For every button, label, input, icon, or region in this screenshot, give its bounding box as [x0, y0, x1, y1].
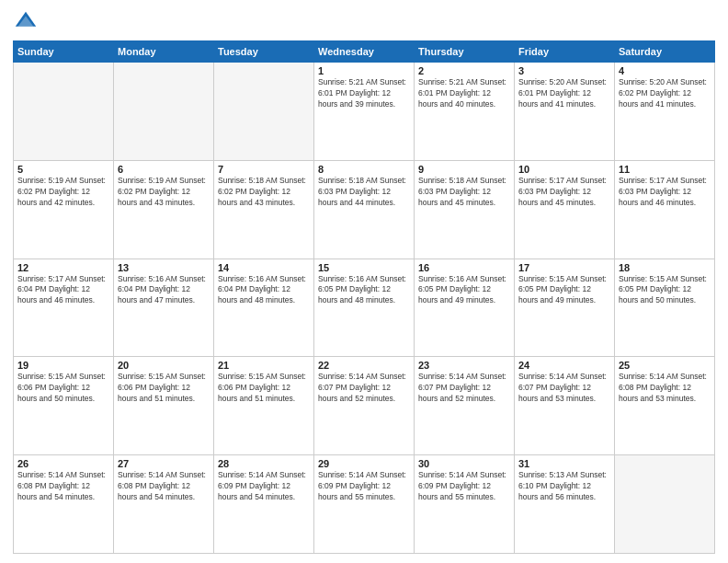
calendar-cell: 7Sunrise: 5:18 AM Sunset: 6:02 PM Daylig… [214, 160, 314, 259]
day-info: Sunrise: 5:17 AM Sunset: 6:03 PM Dayligh… [518, 176, 610, 209]
day-info: Sunrise: 5:14 AM Sunset: 6:08 PM Dayligh… [118, 470, 210, 503]
day-info: Sunrise: 5:19 AM Sunset: 6:02 PM Dayligh… [17, 176, 109, 209]
calendar-cell: 2Sunrise: 5:21 AM Sunset: 6:01 PM Daylig… [415, 63, 515, 161]
day-number: 4 [619, 65, 711, 76]
day-info: Sunrise: 5:18 AM Sunset: 6:03 PM Dayligh… [318, 176, 410, 209]
day-header-monday: Monday [114, 41, 214, 63]
day-info: Sunrise: 5:19 AM Sunset: 6:02 PM Dayligh… [118, 176, 210, 209]
calendar-cell: 30Sunrise: 5:14 AM Sunset: 6:09 PM Dayli… [415, 455, 515, 554]
calendar-week-2: 5Sunrise: 5:19 AM Sunset: 6:02 PM Daylig… [14, 160, 715, 259]
calendar-cell: 6Sunrise: 5:19 AM Sunset: 6:02 PM Daylig… [114, 160, 214, 259]
day-info: Sunrise: 5:18 AM Sunset: 6:03 PM Dayligh… [418, 176, 510, 209]
day-header-friday: Friday [515, 41, 615, 63]
calendar-cell: 27Sunrise: 5:14 AM Sunset: 6:08 PM Dayli… [114, 455, 214, 554]
day-number: 18 [619, 262, 711, 273]
calendar-cell: 4Sunrise: 5:20 AM Sunset: 6:02 PM Daylig… [615, 63, 715, 161]
calendar-cell: 12Sunrise: 5:17 AM Sunset: 6:04 PM Dayli… [14, 259, 114, 357]
day-info: Sunrise: 5:16 AM Sunset: 6:05 PM Dayligh… [418, 274, 510, 307]
calendar-cell: 14Sunrise: 5:16 AM Sunset: 6:04 PM Dayli… [214, 259, 314, 357]
day-number: 6 [118, 164, 210, 175]
calendar-cell: 24Sunrise: 5:14 AM Sunset: 6:07 PM Dayli… [515, 357, 615, 455]
calendar-cell [214, 63, 314, 161]
day-number: 26 [17, 458, 109, 469]
day-number: 14 [218, 262, 310, 273]
header [13, 9, 715, 35]
day-number: 29 [318, 458, 410, 469]
day-number: 31 [518, 458, 610, 469]
calendar: SundayMondayTuesdayWednesdayThursdayFrid… [13, 40, 715, 554]
calendar-cell: 20Sunrise: 5:15 AM Sunset: 6:06 PM Dayli… [114, 357, 214, 455]
day-info: Sunrise: 5:20 AM Sunset: 6:01 PM Dayligh… [518, 77, 610, 110]
calendar-cell: 18Sunrise: 5:15 AM Sunset: 6:05 PM Dayli… [615, 259, 715, 357]
calendar-cell: 3Sunrise: 5:20 AM Sunset: 6:01 PM Daylig… [515, 63, 615, 161]
day-number: 21 [218, 360, 310, 371]
day-header-tuesday: Tuesday [214, 41, 314, 63]
day-header-sunday: Sunday [14, 41, 114, 63]
calendar-cell: 28Sunrise: 5:14 AM Sunset: 6:09 PM Dayli… [214, 455, 314, 554]
day-info: Sunrise: 5:18 AM Sunset: 6:02 PM Dayligh… [218, 176, 310, 209]
day-number: 17 [518, 262, 610, 273]
calendar-cell: 26Sunrise: 5:14 AM Sunset: 6:08 PM Dayli… [14, 455, 114, 554]
day-info: Sunrise: 5:14 AM Sunset: 6:08 PM Dayligh… [17, 470, 109, 503]
day-number: 19 [17, 360, 109, 371]
day-number: 28 [218, 458, 310, 469]
day-info: Sunrise: 5:15 AM Sunset: 6:06 PM Dayligh… [17, 372, 109, 405]
day-info: Sunrise: 5:14 AM Sunset: 6:09 PM Dayligh… [218, 470, 310, 503]
day-number: 2 [418, 65, 510, 76]
calendar-cell: 22Sunrise: 5:14 AM Sunset: 6:07 PM Dayli… [314, 357, 415, 455]
calendar-header-row: SundayMondayTuesdayWednesdayThursdayFrid… [14, 41, 715, 63]
day-info: Sunrise: 5:17 AM Sunset: 6:04 PM Dayligh… [17, 274, 109, 307]
day-info: Sunrise: 5:13 AM Sunset: 6:10 PM Dayligh… [518, 470, 610, 503]
day-number: 7 [218, 164, 310, 175]
day-info: Sunrise: 5:14 AM Sunset: 6:07 PM Dayligh… [318, 372, 410, 405]
calendar-cell [14, 63, 114, 161]
calendar-cell: 31Sunrise: 5:13 AM Sunset: 6:10 PM Dayli… [515, 455, 615, 554]
calendar-cell: 25Sunrise: 5:14 AM Sunset: 6:08 PM Dayli… [615, 357, 715, 455]
day-info: Sunrise: 5:15 AM Sunset: 6:05 PM Dayligh… [518, 274, 610, 307]
day-info: Sunrise: 5:21 AM Sunset: 6:01 PM Dayligh… [318, 77, 410, 110]
logo [13, 9, 42, 35]
day-number: 16 [418, 262, 510, 273]
day-number: 24 [518, 360, 610, 371]
logo-icon [13, 9, 39, 35]
day-info: Sunrise: 5:16 AM Sunset: 6:05 PM Dayligh… [318, 274, 410, 307]
day-info: Sunrise: 5:16 AM Sunset: 6:04 PM Dayligh… [218, 274, 310, 307]
day-info: Sunrise: 5:15 AM Sunset: 6:05 PM Dayligh… [619, 274, 711, 307]
day-info: Sunrise: 5:14 AM Sunset: 6:07 PM Dayligh… [518, 372, 610, 405]
day-number: 30 [418, 458, 510, 469]
calendar-cell: 11Sunrise: 5:17 AM Sunset: 6:03 PM Dayli… [615, 160, 715, 259]
day-info: Sunrise: 5:17 AM Sunset: 6:03 PM Dayligh… [619, 176, 711, 209]
day-number: 13 [118, 262, 210, 273]
calendar-week-5: 26Sunrise: 5:14 AM Sunset: 6:08 PM Dayli… [14, 455, 715, 554]
day-number: 22 [318, 360, 410, 371]
calendar-cell: 29Sunrise: 5:14 AM Sunset: 6:09 PM Dayli… [314, 455, 415, 554]
day-info: Sunrise: 5:20 AM Sunset: 6:02 PM Dayligh… [619, 77, 711, 110]
day-info: Sunrise: 5:14 AM Sunset: 6:08 PM Dayligh… [619, 372, 711, 405]
calendar-cell: 17Sunrise: 5:15 AM Sunset: 6:05 PM Dayli… [515, 259, 615, 357]
calendar-cell: 16Sunrise: 5:16 AM Sunset: 6:05 PM Dayli… [415, 259, 515, 357]
calendar-cell: 9Sunrise: 5:18 AM Sunset: 6:03 PM Daylig… [415, 160, 515, 259]
calendar-cell [615, 455, 715, 554]
calendar-week-4: 19Sunrise: 5:15 AM Sunset: 6:06 PM Dayli… [14, 357, 715, 455]
calendar-week-1: 1Sunrise: 5:21 AM Sunset: 6:01 PM Daylig… [14, 63, 715, 161]
day-number: 20 [118, 360, 210, 371]
day-number: 10 [518, 164, 610, 175]
calendar-cell: 13Sunrise: 5:16 AM Sunset: 6:04 PM Dayli… [114, 259, 214, 357]
day-info: Sunrise: 5:14 AM Sunset: 6:09 PM Dayligh… [318, 470, 410, 503]
day-info: Sunrise: 5:21 AM Sunset: 6:01 PM Dayligh… [418, 77, 510, 110]
calendar-cell: 8Sunrise: 5:18 AM Sunset: 6:03 PM Daylig… [314, 160, 415, 259]
day-header-wednesday: Wednesday [314, 41, 415, 63]
day-info: Sunrise: 5:16 AM Sunset: 6:04 PM Dayligh… [118, 274, 210, 307]
calendar-cell [114, 63, 214, 161]
calendar-cell: 5Sunrise: 5:19 AM Sunset: 6:02 PM Daylig… [14, 160, 114, 259]
day-number: 8 [318, 164, 410, 175]
calendar-cell: 23Sunrise: 5:14 AM Sunset: 6:07 PM Dayli… [415, 357, 515, 455]
calendar-cell: 19Sunrise: 5:15 AM Sunset: 6:06 PM Dayli… [14, 357, 114, 455]
day-number: 11 [619, 164, 711, 175]
page: SundayMondayTuesdayWednesdayThursdayFrid… [0, 0, 728, 563]
day-number: 25 [619, 360, 711, 371]
day-header-thursday: Thursday [415, 41, 515, 63]
calendar-cell: 1Sunrise: 5:21 AM Sunset: 6:01 PM Daylig… [314, 63, 415, 161]
day-info: Sunrise: 5:15 AM Sunset: 6:06 PM Dayligh… [118, 372, 210, 405]
calendar-cell: 10Sunrise: 5:17 AM Sunset: 6:03 PM Dayli… [515, 160, 615, 259]
